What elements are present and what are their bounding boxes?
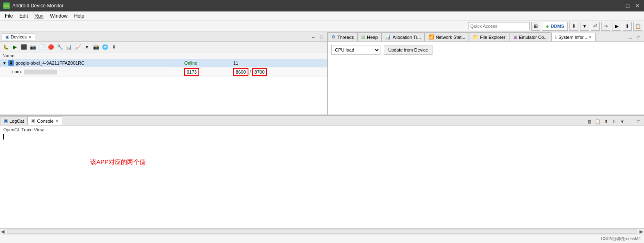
tab-console-label: Console bbox=[37, 119, 53, 124]
tab-threads-label: Threads bbox=[337, 35, 354, 40]
dev-debug-btn[interactable]: 🐛 bbox=[2, 43, 10, 51]
devices-minimize-btn[interactable]: – bbox=[309, 33, 317, 40]
dev-screenshot-btn[interactable]: 📷 bbox=[29, 43, 37, 51]
logcat-icon: ▣ bbox=[4, 118, 8, 124]
bottom-panels: ▣ LogCat ▣ Console ✕ 🗑 📋 ⬆ ⏸ ▼ – bbox=[0, 116, 644, 234]
tab-heap-label: Heap bbox=[367, 35, 378, 40]
devices-tab-close[interactable]: ✕ bbox=[28, 35, 32, 39]
tab-logcat-label: LogCat bbox=[9, 119, 24, 124]
devices-panel: ▣ Devices ✕ – □ 🐛 ▶ ⬛ 📷 bbox=[0, 32, 328, 115]
quick-access-input[interactable] bbox=[468, 22, 530, 30]
dev-run-btn[interactable]: ▶ bbox=[11, 43, 19, 51]
app-col4 bbox=[221, 67, 231, 76]
toolbar-btn-2[interactable]: ▾ bbox=[580, 22, 589, 31]
device-threads: 11 bbox=[231, 59, 307, 68]
scroll-track[interactable] bbox=[7, 230, 637, 234]
dev-thread-btn[interactable]: 🔧 bbox=[56, 43, 64, 51]
menu-edit[interactable]: Edit bbox=[16, 12, 31, 20]
console-icon: ▣ bbox=[31, 118, 35, 124]
tab-allocation[interactable]: 📊 Allocation Tr... bbox=[382, 32, 425, 41]
device-name: google-pixel_4-9A211FFAZ001RC bbox=[16, 61, 84, 65]
right-panel-minimize[interactable]: – bbox=[627, 34, 634, 41]
tab-console[interactable]: ▣ Console ✕ bbox=[27, 116, 62, 125]
status-right-text: CSDN@赤兔·ol·55M/f bbox=[601, 236, 641, 242]
dev-profile-btn[interactable]: ▼ bbox=[83, 43, 91, 51]
toolbar-btn-7[interactable]: 📋 bbox=[633, 22, 642, 31]
dev-heap-btn[interactable]: 📊 bbox=[65, 43, 73, 51]
app-port2-cell: 8600 / 8700 bbox=[231, 67, 307, 76]
maximize-button[interactable]: □ bbox=[624, 2, 631, 9]
console-tab-close[interactable]: ✕ bbox=[55, 119, 59, 123]
tab-logcat[interactable]: ▣ LogCat bbox=[0, 116, 27, 125]
annotation-text: 该APP对应的两个值 bbox=[90, 158, 146, 166]
dev-dump-btn[interactable]: 📄 bbox=[38, 43, 46, 51]
devices-table: Name bbox=[0, 52, 327, 115]
dev-stop-btn[interactable]: ⬛ bbox=[20, 43, 28, 51]
toolbar-btn-5[interactable]: ▶ bbox=[612, 22, 621, 31]
tab-emulator[interactable]: 🖥 Emulator Co... bbox=[509, 32, 551, 41]
app-name-cell: com. bbox=[0, 67, 172, 76]
device-row[interactable]: ▼ 📱 google-pixel_4-9A211FFAZ001RC Online… bbox=[0, 59, 327, 68]
dev-network-btn[interactable]: 🌐 bbox=[101, 43, 109, 51]
minimize-button[interactable]: ─ bbox=[614, 2, 621, 9]
devices-maximize-btn[interactable]: □ bbox=[318, 33, 325, 40]
toolbar-btn-3[interactable]: ⏎ bbox=[591, 22, 600, 31]
devices-toolbar: 🐛 ▶ ⬛ 📷 📄 🔴 🔧 📊 📈 ▼ 📸 🌐 ⬇ bbox=[0, 42, 327, 52]
dev-traceview-btn[interactable]: ⬇ bbox=[110, 43, 118, 51]
menu-bar: File Edit Run Window Help bbox=[0, 11, 644, 20]
expand-icon[interactable]: ▼ bbox=[2, 61, 7, 65]
device-col6 bbox=[307, 59, 317, 68]
window-title: Android Device Monitor bbox=[12, 3, 64, 9]
col-empty4 bbox=[317, 52, 327, 59]
menu-help[interactable]: Help bbox=[71, 12, 88, 20]
toolbar-btn-6[interactable]: ⬆ bbox=[623, 22, 632, 31]
toolbar-btn-4[interactable]: ⇨ bbox=[601, 22, 610, 31]
horizontal-scrollbar[interactable]: ◀ ▶ bbox=[0, 228, 644, 234]
app-name: com. bbox=[12, 69, 22, 74]
heap-icon: ▤ bbox=[361, 34, 365, 40]
app-port1: 9173 bbox=[184, 68, 199, 76]
app-port1-cell: 9173 bbox=[182, 67, 221, 76]
bottom-scroll-btn[interactable]: ▼ bbox=[619, 118, 626, 125]
right-tab-bar: ⚙ Threads ▤ Heap 📊 Allocation Tr... 📶 Ne… bbox=[328, 32, 644, 42]
col-empty2 bbox=[221, 52, 231, 59]
cpu-load-dropdown[interactable]: CPU load bbox=[331, 45, 380, 55]
bottom-maximize-btn[interactable]: □ bbox=[635, 118, 642, 125]
dev-alloc-btn[interactable]: 📈 bbox=[74, 43, 82, 51]
bottom-pause-btn[interactable]: ⏸ bbox=[610, 118, 618, 125]
device-icon: 📱 bbox=[8, 60, 14, 66]
emulator-icon: 🖥 bbox=[513, 35, 517, 40]
title-bar: Android Device Monitor ─ □ ✕ bbox=[0, 0, 644, 11]
bottom-copy-btn[interactable]: 📋 bbox=[594, 118, 601, 125]
scroll-left-btn[interactable]: ◀ bbox=[0, 229, 5, 234]
app-row[interactable]: com. 9173 8600 / bbox=[0, 67, 327, 76]
toolbar-new-window-btn[interactable]: ⊞ bbox=[531, 22, 540, 31]
dev-kill-btn[interactable]: 🔴 bbox=[47, 43, 55, 51]
tab-network-label: Network Stat... bbox=[436, 35, 465, 40]
dev-camera-btn[interactable]: 📸 bbox=[92, 43, 100, 51]
bottom-minimize-btn[interactable]: – bbox=[627, 118, 634, 125]
devices-tab[interactable]: ▣ Devices ✕ bbox=[2, 33, 35, 40]
menu-file[interactable]: File bbox=[2, 12, 16, 20]
sysinfo-tab-close[interactable]: ✕ bbox=[589, 35, 592, 39]
right-panel-maximize[interactable]: □ bbox=[635, 34, 642, 41]
tab-sysinfo[interactable]: ℹ System Infor... ✕ bbox=[551, 33, 596, 42]
bottom-content-area[interactable]: OpenGL Trace View 该APP对应的两个值 bbox=[0, 126, 644, 228]
tab-network[interactable]: 📶 Network Stat... bbox=[425, 32, 469, 41]
device-col2 bbox=[172, 59, 182, 68]
app-port2: 8600 bbox=[233, 68, 248, 76]
ddms-button[interactable]: ● DDMS bbox=[542, 22, 568, 31]
scroll-right-btn[interactable]: ▶ bbox=[639, 229, 644, 234]
tab-threads[interactable]: ⚙ Threads bbox=[328, 32, 357, 41]
close-button[interactable]: ✕ bbox=[634, 2, 641, 9]
tab-file-explorer[interactable]: 📁 File Explorer bbox=[469, 32, 509, 41]
menu-run[interactable]: Run bbox=[31, 12, 47, 20]
bottom-export-btn[interactable]: ⬆ bbox=[602, 118, 610, 125]
menu-window[interactable]: Window bbox=[47, 12, 71, 20]
tab-heap[interactable]: ▤ Heap bbox=[357, 32, 381, 41]
toolbar-btn-1[interactable]: ⬇ bbox=[569, 22, 578, 31]
file-explorer-icon: 📁 bbox=[473, 34, 478, 40]
update-from-device-button[interactable]: Update from Device bbox=[384, 45, 432, 55]
tab-allocation-label: Allocation Tr... bbox=[393, 35, 421, 40]
bottom-clear-btn[interactable]: 🗑 bbox=[586, 118, 593, 125]
